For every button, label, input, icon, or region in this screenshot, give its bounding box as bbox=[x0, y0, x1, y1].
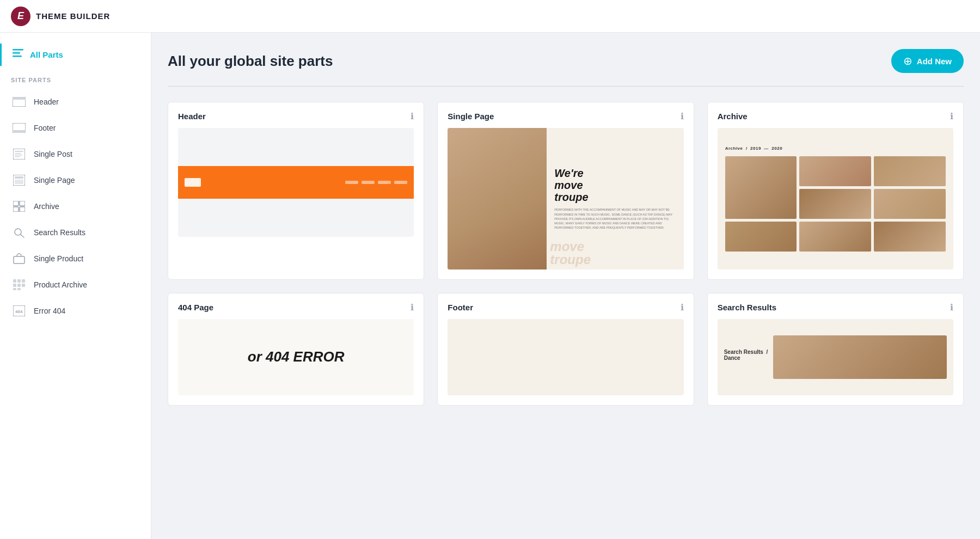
main-content: All your global site parts ⊕ Add New Hea… bbox=[151, 33, 980, 539]
error-404-icon: 404 bbox=[11, 304, 27, 317]
svg-rect-28 bbox=[13, 288, 16, 290]
svg-rect-2 bbox=[13, 56, 22, 57]
archive-content: Archive / 2019 — 2020 bbox=[718, 138, 953, 259]
main-header: All your global site parts ⊕ Add New bbox=[168, 49, 964, 73]
nav-item-2 bbox=[362, 181, 375, 184]
card-header-info-icon[interactable]: ℹ bbox=[411, 111, 414, 121]
archive-cell-4 bbox=[799, 189, 871, 219]
card-search-results[interactable]: Search Results ℹ Search Results / Dance bbox=[707, 293, 964, 406]
add-new-label: Add New bbox=[917, 57, 952, 66]
card-single-page[interactable]: Single Page ℹ We'removetroupe PERFORMED … bbox=[437, 102, 694, 280]
sidebar-item-single-post[interactable]: Single Post bbox=[0, 141, 151, 167]
svg-rect-8 bbox=[15, 151, 23, 152]
plus-icon: ⊕ bbox=[903, 54, 912, 68]
archive-cell-8 bbox=[874, 222, 946, 252]
svg-text:404: 404 bbox=[15, 309, 23, 314]
cards-grid: Header ℹ bbox=[168, 102, 964, 406]
svg-rect-23 bbox=[17, 279, 21, 283]
card-footer-info-icon[interactable]: ℹ bbox=[681, 302, 684, 313]
card-footer-preview bbox=[448, 319, 683, 395]
error-text: or 404 ERROR bbox=[248, 348, 345, 366]
svg-rect-17 bbox=[13, 207, 19, 212]
archive-cell-6 bbox=[725, 222, 797, 252]
sidebar: All Parts SITE PARTS Header Footer bbox=[0, 33, 151, 539]
sidebar-footer-label: Footer bbox=[34, 124, 56, 132]
sidebar-item-single-page[interactable]: Single Page bbox=[0, 167, 151, 193]
header-preview-logo bbox=[185, 178, 201, 187]
archive-icon bbox=[11, 200, 27, 213]
header-icon bbox=[11, 95, 27, 108]
header-preview-nav bbox=[345, 181, 407, 184]
svg-rect-21 bbox=[14, 256, 24, 264]
archive-heading: Archive / 2019 — 2020 bbox=[725, 146, 946, 151]
sidebar-archive-label: Archive bbox=[34, 202, 59, 211]
svg-rect-0 bbox=[13, 49, 23, 51]
card-404-page[interactable]: 404 Page ℹ or 404 ERROR bbox=[168, 293, 424, 406]
dance-text-right: We'removetroupe PERFORMED WITH THE ACCOM… bbox=[547, 128, 683, 270]
sidebar-item-product-archive[interactable]: Product Archive bbox=[0, 272, 151, 298]
sidebar-single-post-label: Single Post bbox=[34, 150, 72, 158]
card-search-results-bar: Search Results ℹ bbox=[708, 293, 963, 319]
card-404-title: 404 Page bbox=[178, 303, 213, 312]
svg-rect-27 bbox=[22, 284, 25, 287]
sidebar-item-archive[interactable]: Archive bbox=[0, 193, 151, 219]
card-404-info-icon[interactable]: ℹ bbox=[411, 302, 414, 313]
card-search-results-preview: Search Results / Dance bbox=[718, 319, 953, 395]
svg-rect-29 bbox=[17, 288, 21, 290]
archive-cell-2 bbox=[799, 156, 871, 186]
archive-cell-3 bbox=[874, 156, 946, 186]
all-parts-label: All Parts bbox=[30, 50, 63, 59]
card-archive-title: Archive bbox=[718, 112, 748, 121]
svg-rect-24 bbox=[22, 279, 25, 283]
sidebar-error-404-label: Error 404 bbox=[34, 307, 65, 315]
sidebar-item-error-404[interactable]: 404 Error 404 bbox=[0, 298, 151, 324]
svg-rect-13 bbox=[15, 176, 23, 179]
card-footer[interactable]: Footer ℹ bbox=[437, 293, 694, 406]
svg-rect-10 bbox=[15, 155, 22, 156]
archive-grid bbox=[725, 156, 946, 219]
layout: All Parts SITE PARTS Header Footer bbox=[0, 33, 980, 539]
sidebar-all-parts[interactable]: All Parts bbox=[0, 44, 151, 66]
sidebar-search-results-label: Search Results bbox=[34, 228, 85, 237]
card-single-page-info-icon[interactable]: ℹ bbox=[681, 111, 684, 121]
logo-letter: E bbox=[17, 10, 24, 22]
archive-cell-1 bbox=[725, 156, 797, 219]
sidebar-single-page-label: Single Page bbox=[34, 176, 75, 185]
svg-rect-25 bbox=[13, 284, 16, 287]
search-image bbox=[773, 335, 947, 379]
card-archive[interactable]: Archive ℹ Archive / 2019 — 2020 bbox=[707, 102, 964, 280]
all-parts-icon bbox=[13, 49, 23, 60]
card-search-results-title: Search Results bbox=[718, 303, 776, 312]
card-404-preview: or 404 ERROR bbox=[178, 319, 414, 395]
card-header[interactable]: Header ℹ bbox=[168, 102, 424, 280]
archive-grid-2 bbox=[725, 222, 946, 252]
card-header-preview bbox=[178, 128, 414, 237]
dance-body-text: PERFORMED WITH THE ACCOMPANIMENT OF MUSI… bbox=[554, 207, 676, 230]
card-archive-info-icon[interactable]: ℹ bbox=[950, 111, 953, 121]
svg-rect-18 bbox=[20, 207, 25, 212]
archive-cell-5 bbox=[874, 189, 946, 219]
single-post-icon bbox=[11, 148, 27, 161]
svg-rect-9 bbox=[15, 153, 21, 154]
nav-item-3 bbox=[378, 181, 391, 184]
sidebar-item-single-product[interactable]: Single Product bbox=[0, 246, 151, 272]
sidebar-item-search-results[interactable]: Search Results bbox=[0, 219, 151, 246]
top-header: E THEME BUILDER bbox=[0, 0, 980, 33]
archive-cell-7 bbox=[799, 222, 871, 252]
svg-rect-1 bbox=[13, 52, 20, 54]
header-divider bbox=[168, 86, 964, 87]
add-new-button[interactable]: ⊕ Add New bbox=[891, 49, 964, 73]
sidebar-item-footer[interactable]: Footer bbox=[0, 115, 151, 141]
dance-overlay bbox=[448, 128, 547, 270]
svg-rect-6 bbox=[13, 130, 26, 133]
svg-rect-26 bbox=[17, 284, 21, 287]
card-search-results-info-icon[interactable]: ℹ bbox=[950, 302, 953, 313]
card-footer-title: Footer bbox=[448, 303, 473, 312]
svg-rect-14 bbox=[15, 180, 23, 184]
sidebar-product-archive-label: Product Archive bbox=[34, 280, 87, 289]
card-footer-bar: Footer ℹ bbox=[438, 293, 693, 319]
svg-rect-7 bbox=[13, 149, 25, 160]
sidebar-item-header[interactable]: Header bbox=[0, 89, 151, 115]
header-preview-bar bbox=[178, 166, 414, 199]
svg-rect-4 bbox=[13, 97, 26, 100]
